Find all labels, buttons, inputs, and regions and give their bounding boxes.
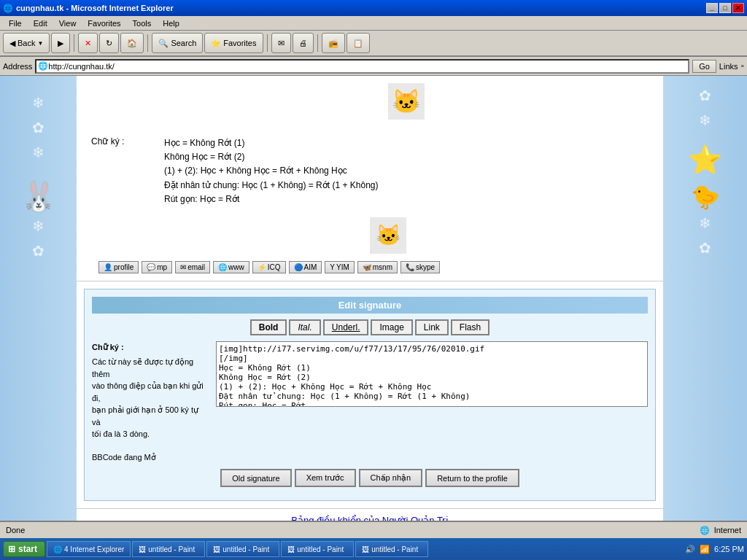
email-btn[interactable]: ✉ email — [175, 261, 210, 273]
window-title: cungnhau.tk - Microsoft Internet Explore… — [16, 4, 174, 12]
star-character: ⭐ — [688, 144, 722, 176]
old-signature-button[interactable]: Old signature — [220, 469, 291, 487]
edit-desc-4: tối đa là 3 dòng. — [92, 428, 209, 440]
www-btn[interactable]: 🌐 www — [213, 261, 249, 273]
menu-tools[interactable]: Tools — [127, 18, 158, 29]
links-label: Links — [719, 62, 738, 71]
snowflake-2: ✿ — [32, 119, 44, 136]
italic-button[interactable]: Ital. — [289, 319, 320, 335]
taskbar-paint-3[interactable]: 🖼 untitled - Paint — [281, 541, 354, 557]
menu-edit[interactable]: Edit — [28, 18, 53, 29]
taskbar-ie[interactable]: 🌐 4 Internet Explorer — [47, 541, 131, 557]
maximize-button[interactable]: □ — [719, 3, 731, 13]
flash-button[interactable]: Flash — [451, 319, 489, 335]
media-icon: 📻 — [328, 39, 338, 48]
minimize-button[interactable]: _ — [706, 3, 718, 13]
avatar-image: 🐱 — [392, 88, 421, 115]
admin-link[interactable]: Bảng điều khiển của Người Quản Trị — [82, 515, 657, 521]
menu-view[interactable]: View — [53, 18, 82, 29]
aim-btn[interactable]: 🔵 AIM — [289, 261, 322, 273]
email-icon: ✉ — [180, 263, 186, 271]
forward-button[interactable]: ▶ — [51, 33, 70, 53]
history-icon: 📋 — [353, 39, 363, 48]
sig-line-4: Đặt nhân tử chung: Học (1 + Không) = Rớt… — [164, 179, 649, 192]
mail-button[interactable]: ✉ — [271, 33, 291, 53]
status-text: Done — [6, 526, 25, 534]
menu-help[interactable]: Help — [157, 18, 185, 29]
sig-line-1: Học = Không Rớt (1) — [164, 136, 649, 150]
paint-icon-4: 🖼 — [362, 545, 369, 553]
icq-icon: ⚡ — [258, 263, 266, 271]
history-button[interactable]: 📋 — [347, 33, 370, 53]
return-to-profile-button[interactable]: Return to the profile — [425, 469, 519, 487]
format-buttons: Bold Ital. Underl. Image Link Flash — [92, 319, 648, 335]
taskbar-paint-2[interactable]: 🖼 untitled - Paint — [206, 541, 279, 557]
address-label: Address — [3, 62, 32, 71]
back-dropdown-icon: ▼ — [37, 40, 43, 47]
search-button[interactable]: 🔍 Search — [152, 33, 203, 53]
right-snowflake-1: ✿ — [699, 87, 711, 104]
toolbar-separator-4 — [317, 34, 318, 52]
zone-text: Internet — [714, 526, 741, 534]
left-decoration: ❄ ✿ ❄ 🐰 ❄ ✿ — [0, 76, 77, 521]
center-content: 🐱 Chữ ký : Học = Không Rớt (1) Không Học… — [77, 76, 663, 521]
clock: 6:25 PM — [714, 545, 744, 553]
icq-btn[interactable]: ⚡ ICQ — [252, 261, 286, 273]
menu-bar: File Edit View Favorites Tools Help — [0, 16, 747, 31]
taskbar-paint-1[interactable]: 🖼 untitled - Paint — [132, 541, 205, 557]
bbcode-status: BBCode đang Mở — [92, 451, 209, 464]
print-icon: 🖨 — [299, 39, 307, 47]
address-input-container[interactable]: 🌐 — [35, 59, 689, 74]
network-icon: 📶 — [700, 545, 710, 554]
signature-textarea[interactable]: [img]http://i77.servimg.com/u/f77/13/17/… — [216, 341, 648, 407]
stop-button[interactable]: ✕ — [78, 33, 98, 53]
edit-desc-1: Các từ này sẽ được tự động thêm — [92, 356, 209, 380]
favorites-button[interactable]: ⭐ Favorites — [204, 33, 263, 53]
yim-icon: Y — [330, 263, 335, 271]
aim-icon: 🔵 — [294, 263, 303, 271]
chick-icon: 🐤 — [691, 183, 720, 211]
sig-label: Chữ ký : — [91, 136, 164, 206]
accept-button[interactable]: Chấp nhận — [359, 469, 423, 487]
menu-favorites[interactable]: Favorites — [82, 18, 126, 29]
right-snowflake-2: ❄ — [699, 112, 711, 129]
ie-icon: 🌐 — [53, 545, 62, 553]
url-input[interactable] — [48, 62, 686, 71]
sig-line-2: Không Học = Rớt (2) — [164, 150, 649, 164]
home-button[interactable]: 🏠 — [120, 33, 144, 53]
avatar: 🐱 — [388, 83, 425, 120]
go-button[interactable]: Go — [692, 60, 716, 73]
home-icon: 🏠 — [127, 39, 137, 48]
mp-btn[interactable]: 💬 mp — [142, 261, 172, 273]
profile-icons: 👤 profile 💬 mp ✉ email 🌐 www — [91, 261, 649, 273]
paint-icon-1: 🖼 — [139, 545, 146, 553]
bold-button[interactable]: Bold — [250, 319, 287, 335]
preview-button[interactable]: Xem trước — [295, 469, 356, 487]
bunny-icon: 🐰 — [20, 179, 57, 214]
profile-section: 🐱 Chữ ký : Học = Không Rớt (1) Không Học… — [77, 76, 663, 281]
menu-file[interactable]: File — [3, 18, 28, 29]
msnm-btn[interactable]: 🦋 msnm — [357, 261, 398, 273]
start-button[interactable]: ⊞ start — [3, 541, 45, 557]
avatar-2-image: 🐱 — [376, 223, 401, 247]
profile-btn[interactable]: 👤 profile — [98, 261, 139, 273]
sig-line-5: Rút gọn: Học = Rớt — [164, 192, 649, 206]
image-button[interactable]: Image — [371, 319, 412, 335]
paint-icon-2: 🖼 — [213, 545, 220, 553]
refresh-icon: ↻ — [106, 39, 112, 48]
yim-btn[interactable]: Y YIM — [325, 261, 354, 273]
www-icon: 🌐 — [218, 263, 227, 271]
main-area: ❄ ✿ ❄ 🐰 ❄ ✿ 🐱 Chữ ký : Học = Không Rớ — [0, 76, 747, 521]
taskbar-paint-4[interactable]: 🖼 untitled - Paint — [355, 541, 428, 557]
underline-button[interactable]: Underl. — [323, 319, 369, 335]
edit-sig-title: Edit signature — [92, 297, 648, 314]
action-buttons: Old signature Xem trước Chấp nhận Return… — [92, 469, 648, 487]
close-button[interactable]: ✕ — [732, 3, 744, 13]
back-button[interactable]: ◀ Back ▼ — [3, 33, 50, 53]
links-expand-icon: » — [741, 63, 744, 69]
link-button[interactable]: Link — [415, 319, 449, 335]
refresh-button[interactable]: ↻ — [99, 33, 119, 53]
print-button[interactable]: 🖨 — [293, 33, 314, 53]
media-button[interactable]: 📻 — [322, 33, 345, 53]
skype-btn[interactable]: 📞 skype — [400, 261, 440, 273]
